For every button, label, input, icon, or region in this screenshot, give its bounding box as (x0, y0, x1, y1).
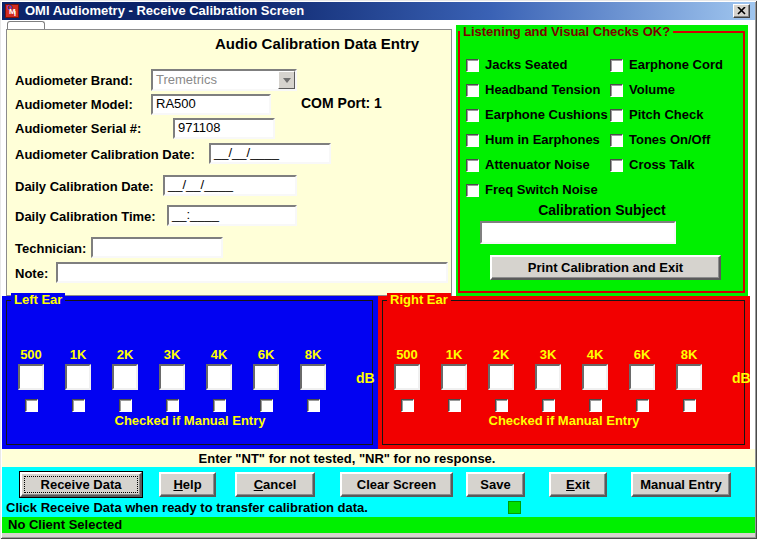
right-ear-manual-checkbox-500[interactable] (401, 399, 414, 412)
check-item-tones-on-off[interactable]: Tones On/Off (610, 133, 710, 147)
check-item-hum-in-earphones[interactable]: Hum in Earphones (466, 133, 600, 147)
right-ear-manual-checkbox-3k[interactable] (542, 399, 555, 412)
action-button-bar: Receive Data Help Cancel Clear Screen Sa… (2, 467, 755, 517)
print-calibration-exit-button[interactable]: Print Calibration and Exit (490, 255, 721, 280)
calibration-form-panel: Audio Calibration Data Entry Audiometer … (6, 29, 452, 296)
freq-column: 2K (112, 348, 138, 412)
check-item-earphone-cord[interactable]: Earphone Cord (610, 58, 723, 72)
checkbox[interactable] (466, 184, 479, 197)
right-ear-db-input-8k[interactable] (676, 364, 702, 390)
checkbox[interactable] (466, 59, 479, 72)
check-item-earphone-cushions[interactable]: Earphone Cushions (466, 108, 608, 122)
calibration-subject-input[interactable] (480, 221, 676, 244)
right-ear-db-input-6k[interactable] (629, 364, 655, 390)
check-item-headband-tension[interactable]: Headband Tension (466, 83, 600, 97)
freq-label: 4K (211, 348, 228, 362)
dropdown-arrow-button[interactable] (278, 71, 295, 89)
com-port-label: COM Port: 1 (301, 95, 382, 112)
check-label: Pitch Check (629, 108, 703, 122)
check-item-attenuator-noise[interactable]: Attenuator Noise (466, 158, 590, 172)
left-ear-db-input-500[interactable] (18, 364, 44, 390)
checkbox[interactable] (610, 84, 623, 97)
left-ear-title: Left Ear (11, 293, 65, 307)
daily-cal-date-input[interactable]: __/__/____ (163, 175, 297, 196)
left-ear-manual-checkbox-6k[interactable] (260, 399, 273, 412)
receive-data-button[interactable]: Receive Data (20, 472, 142, 497)
freq-label: 1K (70, 348, 87, 362)
technician-input[interactable] (91, 237, 223, 258)
audiometer-serial-input[interactable]: 971108 (173, 118, 275, 139)
technician-label: Technician: (15, 241, 86, 256)
freq-label: 6K (634, 348, 651, 362)
right-ear-db-input-2k[interactable] (488, 364, 514, 390)
left-ear-db-input-3k[interactable] (159, 364, 185, 390)
right-ear-manual-checkbox-6k[interactable] (636, 399, 649, 412)
left-ear-db-input-4k[interactable] (206, 364, 232, 390)
audiometer-model-input[interactable]: RA500 (151, 94, 271, 115)
right-ear-db-input-3k[interactable] (535, 364, 561, 390)
clear-screen-button[interactable]: Clear Screen (340, 472, 453, 497)
left-ear-manual-checkbox-1k[interactable] (72, 399, 85, 412)
checkbox[interactable] (610, 109, 623, 122)
check-item-cross-talk[interactable]: Cross Talk (610, 158, 695, 172)
daily-cal-time-input[interactable]: __:____ (167, 205, 297, 226)
left-ear-db-input-1k[interactable] (65, 364, 91, 390)
freq-column: 1K (65, 348, 91, 412)
check-label: Earphone Cushions (485, 108, 608, 122)
check-item-jacks-seated[interactable]: Jacks Seated (466, 58, 567, 72)
checkbox[interactable] (466, 134, 479, 147)
manual-entry-button[interactable]: Manual Entry (631, 472, 731, 497)
exit-button[interactable]: Exit (549, 472, 607, 497)
left-ear-db-input-6k[interactable] (253, 364, 279, 390)
hint-text: Enter "NT" for not tested, "NR" for no r… (2, 451, 692, 466)
button-label: Manual Entry (633, 477, 729, 492)
checkbox[interactable] (466, 84, 479, 97)
left-ear-manual-checkbox-4k[interactable] (213, 399, 226, 412)
right-ear-db-input-500[interactable] (394, 364, 420, 390)
chevron-down-icon (283, 78, 291, 83)
freq-column: 8K (676, 348, 702, 412)
audiometer-brand-value: Tremetrics (156, 72, 217, 88)
checks-frame-title: Listening and Visual Checks OK? (460, 25, 673, 39)
save-button[interactable]: Save (466, 472, 525, 497)
check-item-pitch-check[interactable]: Pitch Check (610, 108, 703, 122)
check-label: Attenuator Noise (485, 158, 590, 172)
freq-label: 8K (305, 348, 322, 362)
help-button[interactable]: Help (159, 472, 216, 497)
cancel-button[interactable]: Cancel (235, 472, 315, 497)
left-ear-manual-checkbox-3k[interactable] (166, 399, 179, 412)
app-icon-letter-i: I (14, 10, 16, 18)
right-ear-db-input-4k[interactable] (582, 364, 608, 390)
right-ear-manual-checkbox-1k[interactable] (448, 399, 461, 412)
freq-column: 500 (18, 348, 44, 412)
left-ear-manual-checkbox-500[interactable] (25, 399, 38, 412)
close-button[interactable] (733, 4, 750, 18)
right-ear-manual-entry-label: Checked if Manual Entry (378, 413, 750, 428)
audiometer-brand-select[interactable]: Tremetrics (151, 69, 297, 91)
freq-label: 500 (396, 348, 418, 362)
freq-label: 2K (117, 348, 134, 362)
freq-column: 6K (629, 348, 655, 412)
left-ear-db-input-2k[interactable] (112, 364, 138, 390)
checkbox[interactable] (466, 109, 479, 122)
check-label: Earphone Cord (629, 58, 723, 72)
left-ear-db-input-8k[interactable] (300, 364, 326, 390)
check-item-freq-switch-noise[interactable]: Freq Switch Noise (466, 183, 598, 197)
left-ear-manual-checkbox-2k[interactable] (119, 399, 132, 412)
check-label: Cross Talk (629, 158, 695, 172)
note-input[interactable] (56, 262, 448, 283)
left-ear-manual-checkbox-8k[interactable] (307, 399, 320, 412)
right-ear-manual-checkbox-2k[interactable] (495, 399, 508, 412)
right-ear-manual-checkbox-4k[interactable] (589, 399, 602, 412)
right-ear-manual-checkbox-8k[interactable] (683, 399, 696, 412)
button-label: Print Calibration and Exit (492, 260, 719, 275)
check-item-volume[interactable]: Volume (610, 83, 675, 97)
check-label: Tones On/Off (629, 133, 710, 147)
checkbox[interactable] (610, 59, 623, 72)
left-ear-freq-row: 500 1K 2K 3K 4K 6K 8K dB (2, 348, 375, 412)
checkbox[interactable] (610, 159, 623, 172)
checkbox[interactable] (466, 159, 479, 172)
audiometer-cal-date-input[interactable]: __/__/____ (209, 143, 331, 164)
checkbox[interactable] (610, 134, 623, 147)
right-ear-db-input-1k[interactable] (441, 364, 467, 390)
